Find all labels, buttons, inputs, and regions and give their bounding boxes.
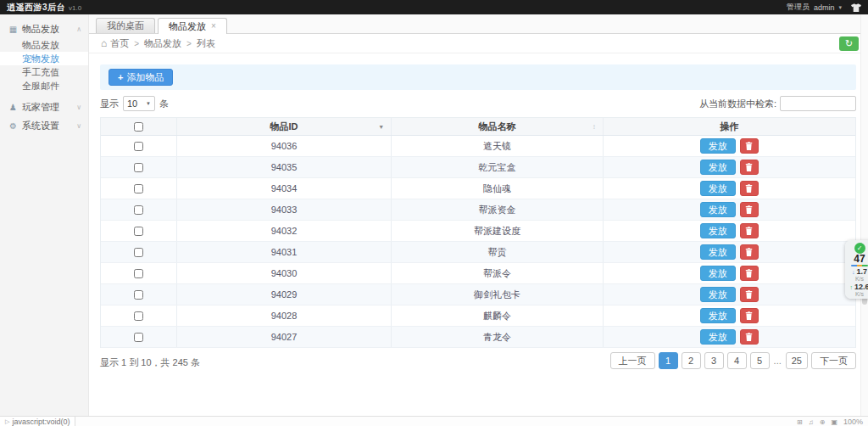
item-id-cell: 94027 [177,327,392,347]
send-button[interactable]: 发放 [700,202,736,217]
page-button-3[interactable]: 3 [704,352,724,369]
page-button-4[interactable]: 4 [727,352,747,369]
page-button-5[interactable]: 5 [750,352,770,369]
page-button-2[interactable]: 2 [682,352,701,369]
close-icon[interactable]: × [211,22,216,31]
row-checkbox[interactable] [134,248,143,257]
window-icon[interactable]: ▣ [831,418,837,426]
sidebar-group-settings[interactable]: ⚙ 系统设置 ∨ [0,116,88,135]
row-checkbox[interactable] [134,163,143,172]
delete-button[interactable] [740,287,759,302]
tab-item-grant[interactable]: 物品发放 × [158,18,227,34]
search-control: 从当前数据中检索: [699,96,856,111]
row-checkbox[interactable] [134,269,143,278]
send-button[interactable]: 发放 [700,329,736,345]
send-button[interactable]: 发放 [700,181,736,196]
scrollbar-track[interactable] [860,14,868,416]
topbar: 逍遥西游3后台 v1.0 管理员 admin ▾ [0,0,868,14]
page-size-value: 10 [127,98,137,109]
search-input[interactable] [780,96,856,111]
add-item-label: 添加物品 [126,71,164,84]
sound-icon[interactable]: ♫ [809,418,814,426]
zoom-level[interactable]: 100% [843,418,863,426]
table-row: 94031 帮贡 发放 [101,242,855,263]
table-row: 94030 帮派令 发放 [101,263,855,284]
grid-icon[interactable]: ⊞ [797,418,803,426]
sidebar-item-pet-grant[interactable]: 宠物发放 [0,52,88,65]
breadcrumb-home[interactable]: 首页 [110,37,129,50]
refresh-button[interactable]: ↻ [839,36,859,51]
send-button[interactable]: 发放 [700,308,736,323]
send-button[interactable]: 发放 [700,244,736,260]
prev-page-button[interactable]: 上一页 [610,352,655,369]
upload-value: 12.6 [854,283,868,291]
table-row: 94033 帮派资金 发放 [101,199,855,221]
sidebar-item-server-mail[interactable]: 全服邮件 [0,79,88,92]
item-name-cell: 乾元宝盒 [392,157,603,177]
header-label: 物品ID [270,121,298,133]
header-item-id[interactable]: 物品ID ▼ [177,118,392,135]
delete-button[interactable] [740,244,759,260]
trash-icon [745,205,753,214]
item-id-cell: 94036 [177,136,392,156]
trash-icon [745,311,753,320]
trash-icon [745,269,753,277]
delete-button[interactable] [740,329,759,345]
app-window: 逍遥西游3后台 v1.0 管理员 admin ▾ ▦ 物品发放 ∧ 物品发放 宠… [0,0,868,426]
item-name-cell: 御剑礼包卡 [392,284,603,305]
row-checkbox[interactable] [134,142,143,151]
row-checkbox[interactable] [134,311,143,321]
sidebar-group-label: 玩家管理 [22,101,76,114]
send-button[interactable]: 发放 [700,266,736,281]
sort-desc-icon[interactable]: ▼ [378,124,384,130]
delete-button[interactable] [740,202,759,217]
sidebar-group-players[interactable]: ♟ 玩家管理 ∨ [0,98,88,116]
next-page-button[interactable]: 下一页 [811,352,856,369]
page-size-control: 显示 10 ▼ 条 [100,96,169,111]
row-checkbox[interactable] [134,290,143,300]
breadcrumb-section[interactable]: 物品发放 [144,37,181,50]
chevron-up-icon: ∧ [76,25,81,33]
row-checkbox[interactable] [134,227,143,236]
unit-label: 条 [159,98,169,110]
sidebar-item-item-grant[interactable]: 物品发放 [0,38,88,52]
send-button[interactable]: 发放 [700,223,736,238]
sidebar-group-items[interactable]: ▦ 物品发放 ∧ [0,20,88,38]
row-checkbox[interactable] [134,205,143,215]
item-id-cell: 94028 [177,305,392,326]
network-speed-widget[interactable]: ✓ 47 ↓ 1.7 K/s ↑ 12.6 K/s [845,240,868,299]
delete-button[interactable] [740,308,759,323]
delete-button[interactable] [740,266,759,281]
delete-button[interactable] [740,138,759,154]
user-menu[interactable]: 管理员 admin ▾ [787,2,861,13]
send-button[interactable]: 发放 [700,138,736,154]
item-name-cell: 帮派资金 [392,199,603,220]
row-checkbox[interactable] [134,184,143,193]
select-all-checkbox[interactable] [134,122,143,132]
user-role: 管理员 [787,2,810,13]
delete-button[interactable] [740,223,759,238]
item-name-cell: 帮贡 [392,242,603,262]
page-button-last[interactable]: 25 [786,352,808,369]
page-button-1[interactable]: 1 [659,352,678,369]
breadcrumb-separator: > [186,39,192,48]
item-id-cell: 94034 [177,178,392,199]
shirt-icon[interactable] [851,3,861,12]
table-row: 94036 遮天镜 发放 [101,136,855,157]
delete-button[interactable] [740,181,759,196]
delete-button[interactable] [740,160,759,175]
sidebar-group-label: 物品发放 [22,23,76,36]
send-button[interactable]: 发放 [700,160,736,175]
table-row: 94035 乾元宝盒 发放 [101,157,855,178]
table-header-row: 物品ID ▼ 物品名称 ↕ 操作 [101,118,855,136]
add-item-button[interactable]: + 添加物品 [108,69,173,86]
row-checkbox[interactable] [134,333,143,342]
zoom-plus-icon[interactable]: ⊕ [820,418,826,426]
sort-icon[interactable]: ↕ [593,123,596,131]
header-item-name[interactable]: 物品名称 ↕ [392,118,603,135]
page-size-select[interactable]: 10 ▼ [123,96,155,111]
sidebar-item-manual-recharge[interactable]: 手工充值 [0,65,88,79]
send-button[interactable]: 发放 [700,287,736,302]
header-label: 物品名称 [478,121,515,133]
tab-desktop[interactable]: 我的桌面 [96,18,155,33]
